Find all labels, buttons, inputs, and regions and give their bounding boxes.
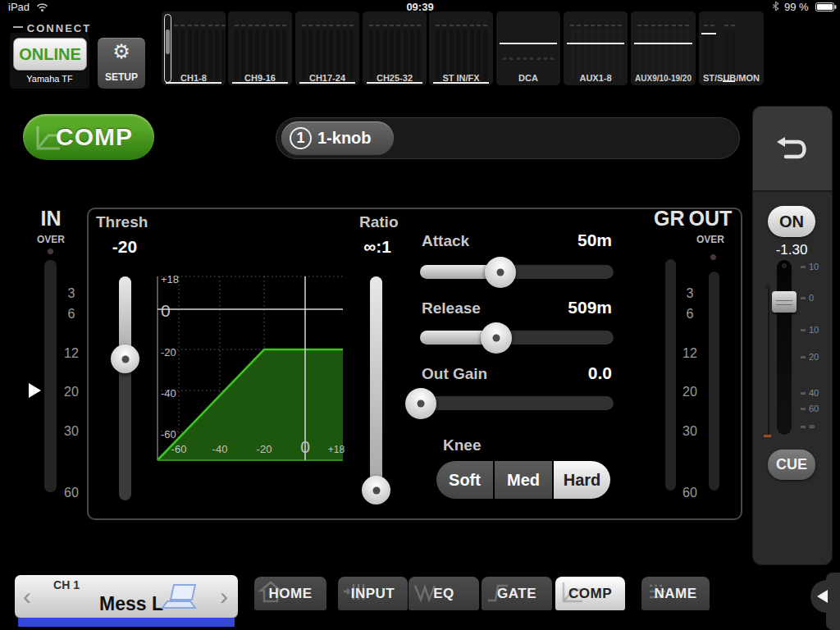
fader-scale-label: 0	[809, 293, 814, 303]
out-gain-slider-thumb[interactable]	[405, 388, 436, 419]
fader-scale-label: 60	[809, 404, 819, 413]
gear-icon: ⚙	[112, 41, 130, 62]
meter-scale-label: 3	[679, 286, 701, 301]
meter-pointer-icon	[29, 383, 41, 398]
release-value: 509m	[517, 298, 612, 317]
svg-text:0: 0	[161, 301, 171, 320]
channel-number: CH 1	[38, 578, 95, 591]
in-over-led	[48, 249, 53, 254]
knee-option-med[interactable]: Med	[495, 461, 552, 499]
drawer-strip[interactable]	[826, 573, 840, 630]
fader-track[interactable]	[777, 260, 792, 435]
one-knob-badge: 1	[290, 127, 312, 149]
tab-comp[interactable]: COMP	[555, 577, 625, 610]
meter-scale-label: 12	[679, 346, 701, 361]
meter-block-aux9-10-19-20[interactable]: AUX9/10-19/20	[631, 11, 696, 85]
meter-block-label: ST/SUB/MON	[699, 73, 764, 83]
meter-block-dca[interactable]: DCA	[496, 11, 560, 85]
meter-block-ch9-16[interactable]: CH9-16	[228, 11, 292, 85]
out-gain-value: 0.0	[517, 363, 612, 383]
ratio-label: Ratio	[359, 213, 399, 231]
knee-option-hard[interactable]: Hard	[554, 461, 610, 499]
meter-block-ch1-8[interactable]: CH1-8	[162, 11, 226, 85]
ratio-slider-fill	[370, 276, 382, 490]
on-button[interactable]: ON	[768, 206, 815, 237]
ratio-slider-thumb[interactable]	[362, 476, 390, 504]
meter-scale-label: 12	[61, 346, 82, 361]
svg-text:+18: +18	[161, 273, 179, 285]
meter-scale-label: 60	[61, 486, 82, 500]
knee-segmented-control: SoftMedHard	[436, 461, 610, 499]
out-meter-bar	[709, 272, 719, 491]
thresh-value: -20	[98, 237, 151, 257]
release-label: Release	[422, 299, 481, 317]
setup-label: SETUP	[105, 71, 138, 83]
meter-scale-label: 30	[61, 424, 82, 439]
meter-scale-label: 6	[61, 307, 82, 322]
meter-scale-label: 60	[679, 486, 701, 500]
meter-scale-label: 20	[61, 385, 82, 399]
thresh-slider-thumb[interactable]	[111, 345, 139, 373]
cue-label: CUE	[776, 456, 807, 473]
input-icon	[342, 579, 368, 605]
meter-block-st-in-fx[interactable]: ST IN/FX	[429, 11, 493, 85]
online-label: ONLINE	[19, 45, 81, 64]
meter-block-label: CH1-8	[162, 73, 226, 83]
comp-title-button: COMP	[23, 114, 154, 160]
channel-next-icon[interactable]: ›	[220, 584, 228, 609]
release-slider-thumb[interactable]	[481, 322, 512, 354]
comp-icon	[559, 579, 585, 605]
tab-input[interactable]: INPUT	[338, 577, 408, 610]
back-icon	[774, 135, 810, 162]
svg-text:-40: -40	[212, 443, 228, 455]
name-icon	[646, 579, 671, 605]
in-over-label: OVER	[33, 234, 69, 245]
fader-value: -1.30	[759, 242, 824, 258]
tab-gate[interactable]: GATE	[482, 577, 552, 610]
channel-select-button[interactable]: ‹ › CH 1 Mess L	[15, 575, 238, 618]
fader-tick	[801, 408, 806, 410]
fader-scale-label: 40	[809, 388, 819, 398]
home-icon	[258, 579, 284, 605]
setup-button[interactable]: ⚙ SETUP	[98, 38, 145, 89]
comp-curve-icon	[33, 123, 62, 153]
one-knob-button[interactable]: 1 1-knob	[281, 121, 394, 155]
meter-block-st-sub-mon[interactable]: ST/SUB/MON	[699, 11, 764, 85]
gr-label: GR	[654, 207, 683, 231]
fader-scale-label: 20	[809, 352, 819, 362]
attack-slider-thumb[interactable]	[485, 257, 516, 288]
fader-min-marker	[764, 435, 771, 437]
out-gain-slider-track[interactable]	[420, 396, 614, 410]
meter-block-label: CH17-24	[295, 73, 359, 83]
on-label: ON	[779, 212, 804, 231]
meter-block-ch25-32[interactable]: CH25-32	[363, 11, 427, 85]
fader-tick	[801, 266, 806, 268]
eq-icon	[413, 579, 438, 605]
meter-block-label: ST IN/FX	[429, 73, 493, 83]
meter-block-aux1-8[interactable]: AUX1-8	[564, 11, 628, 85]
out-over-label: OVER	[690, 234, 731, 245]
back-button[interactable]	[753, 107, 832, 190]
attack-label: Attack	[422, 232, 469, 250]
meter-block-ch17-24[interactable]: CH17-24	[295, 11, 359, 85]
fader-cap[interactable]	[772, 291, 797, 313]
channel-prev-icon[interactable]: ‹	[23, 584, 31, 609]
fader-tick	[801, 392, 806, 395]
svg-text:+18: +18	[328, 444, 345, 455]
fader-scale-label: 10	[809, 325, 819, 335]
meter-block-label: AUX1-8	[564, 73, 628, 83]
tab-home[interactable]: HOME	[254, 577, 326, 610]
meter-scale-label: 3	[61, 286, 82, 301]
knee-label: Knee	[443, 436, 481, 454]
fader-tick	[801, 329, 806, 331]
tab-eq[interactable]: EQ	[409, 577, 479, 610]
out-over-led	[710, 254, 716, 260]
in-meter-bar	[44, 260, 57, 492]
knee-option-soft[interactable]: Soft	[436, 461, 493, 499]
drawer-arrow-icon	[817, 590, 828, 603]
meter-scale-label: 20	[679, 385, 701, 399]
cue-button[interactable]: CUE	[768, 450, 815, 480]
online-button[interactable]: ONLINE	[13, 38, 87, 71]
ratio-value: ∞:1	[351, 237, 404, 257]
tab-name[interactable]: NAME	[641, 577, 710, 610]
